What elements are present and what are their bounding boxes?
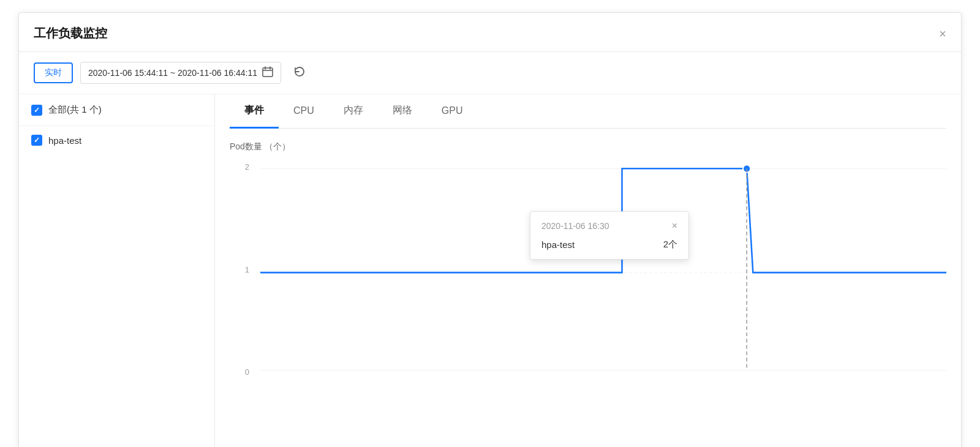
toolbar: 实时 2020-11-06 15:44:11 ~ 2020-11-06 16:4…	[19, 52, 961, 94]
tab-memory[interactable]: 内存	[329, 94, 378, 129]
tabs: 事件 CPU 内存 网络 GPU	[230, 94, 946, 129]
hpa-test-label: hpa-test	[48, 135, 81, 146]
close-button[interactable]: ×	[939, 28, 946, 40]
date-range-picker[interactable]: 2020-11-06 15:44:11 ~ 2020-11-06 16:44:1…	[80, 62, 281, 84]
modal-body: 全部(共 1 个) hpa-test 事件 CPU 内存 网络 GPU Pod数…	[19, 94, 961, 447]
realtime-button[interactable]: 实时	[34, 62, 73, 83]
y-axis: 2 1 0	[230, 162, 254, 377]
tab-network[interactable]: 网络	[378, 94, 427, 129]
calendar-icon	[262, 66, 273, 80]
sidebar: 全部(共 1 个) hpa-test	[19, 94, 215, 447]
workload-monitor-modal: 工作负载监控 × 实时 2020-11-06 15:44:11 ~ 2020-1…	[18, 12, 962, 447]
sidebar-all-row[interactable]: 全部(共 1 个)	[19, 94, 214, 126]
content-area: 事件 CPU 内存 网络 GPU Pod数量 （个） 2 1 0	[215, 94, 961, 447]
all-label: 全部(共 1 个)	[48, 104, 102, 116]
modal-title: 工作负载监控	[34, 25, 107, 42]
tooltip-item-value: 2个	[663, 239, 677, 250]
tab-cpu[interactable]: CPU	[279, 96, 329, 128]
tooltip-close-button[interactable]: ×	[672, 220, 677, 231]
chart-svg	[260, 162, 946, 377]
date-range-text: 2020-11-06 15:44:11 ~ 2020-11-06 16:44:1…	[88, 68, 257, 78]
tooltip-item-label: hpa-test	[541, 239, 575, 250]
tab-events[interactable]: 事件	[230, 94, 279, 129]
y-label-2: 2	[230, 162, 254, 171]
chart-plot: 2020-11-06 16:30 × hpa-test 2个	[260, 162, 946, 377]
tab-gpu[interactable]: GPU	[427, 96, 478, 128]
tooltip-row: hpa-test 2个	[541, 239, 677, 250]
sidebar-item-hpa-test[interactable]: hpa-test	[19, 126, 214, 154]
svg-rect-0	[263, 68, 273, 77]
chart-container: 2 1 0	[230, 162, 946, 395]
all-checkbox[interactable]	[31, 105, 42, 116]
y-label-1: 1	[230, 265, 254, 274]
tooltip-header: 2020-11-06 16:30 ×	[541, 220, 677, 231]
chart-section: Pod数量 （个） 2 1 0	[230, 129, 946, 407]
chart-title: Pod数量 （个）	[230, 141, 946, 152]
refresh-button[interactable]	[288, 63, 311, 83]
tooltip: 2020-11-06 16:30 × hpa-test 2个	[530, 211, 689, 260]
hpa-test-checkbox[interactable]	[31, 135, 42, 146]
modal-header: 工作负载监控 ×	[19, 13, 961, 52]
y-label-0: 0	[230, 367, 254, 377]
tooltip-time: 2020-11-06 16:30	[541, 221, 609, 231]
